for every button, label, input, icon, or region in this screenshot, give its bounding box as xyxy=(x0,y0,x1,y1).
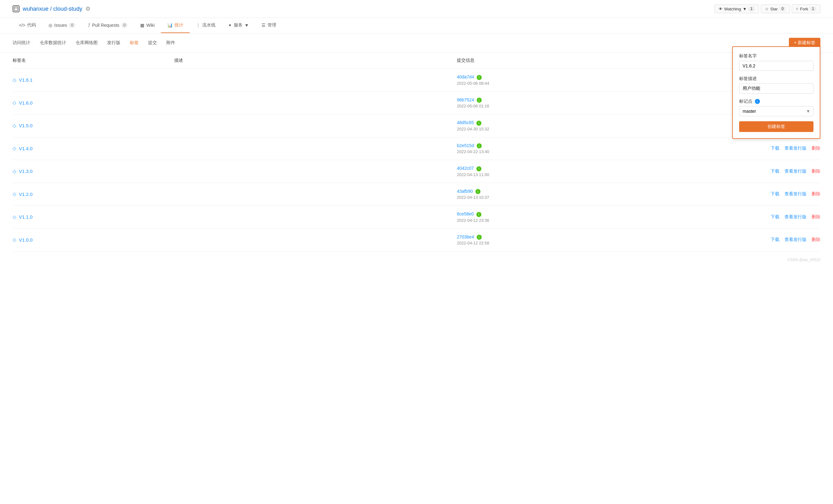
tag-mark-select[interactable]: master xyxy=(739,106,813,116)
sub-nav-tags[interactable]: 标签 xyxy=(130,40,139,46)
tag-desc-cell xyxy=(174,91,457,114)
commit-hash-link[interactable]: b2e515d xyxy=(457,143,474,148)
tab-manage[interactable]: ☰ 管理 xyxy=(255,18,283,33)
repo-settings-icon[interactable]: ⚙ xyxy=(86,5,90,12)
commit-date: 2022-04-12 22:58 xyxy=(457,241,659,245)
tag-name-cell[interactable]: ◇ V1.6.0 xyxy=(13,100,174,105)
commit-hash-link[interactable]: 2703be4 xyxy=(457,234,474,239)
commit-cell: 48d5c65 i 2022-04-30 15:32 xyxy=(457,120,659,131)
tag-name-field: 标签名字 xyxy=(739,53,813,71)
tag-icon: ◇ xyxy=(13,169,16,174)
fork-button[interactable]: ⑂ Fork 1 xyxy=(792,4,820,13)
star-button[interactable]: ☆ Star 0 xyxy=(761,4,790,13)
commit-cell: 96b7524 i 2022-05-06 01:16 xyxy=(457,97,659,109)
delete-link[interactable]: 删除 xyxy=(812,169,820,174)
sub-nav-attachments[interactable]: 附件 xyxy=(166,40,175,46)
watching-dropdown-icon: ▼ xyxy=(743,7,747,11)
tag-name-cell[interactable]: ◇ V1.4.0 xyxy=(13,146,174,151)
pr-icon: ⤴ xyxy=(88,23,90,28)
tag-actions: 下载 查看发行版 删除 xyxy=(659,237,820,243)
create-tag-button[interactable]: 创建标签 xyxy=(739,121,813,132)
tab-code[interactable]: </> 代码 xyxy=(13,18,42,33)
commit-hash-link[interactable]: 6ce58e0 xyxy=(457,211,474,216)
tag-name-input[interactable] xyxy=(739,61,813,71)
watching-button[interactable]: 👁 Watching ▼ 1 xyxy=(715,4,759,13)
commit-info-icon[interactable]: i xyxy=(476,166,481,171)
tag-actions-cell: 下载 查看发行版 删除 xyxy=(659,183,820,206)
download-link[interactable]: 下载 xyxy=(770,214,780,220)
tag-name-cell[interactable]: ◇ V1.0.0 xyxy=(13,237,174,243)
services-icon: ✦ xyxy=(228,23,232,28)
tag-label[interactable]: V1.4.0 xyxy=(19,146,32,151)
tag-desc-cell xyxy=(174,160,457,183)
tag-name-cell[interactable]: ◇ V1.3.0 xyxy=(13,169,174,174)
tag-name-cell[interactable]: ◇ V1.6.1 xyxy=(13,77,174,83)
table-row: ◇ V1.6.0 96b7524 i 2022-05-06 01:16 下载 查… xyxy=(13,91,820,114)
sub-nav-repo-stats[interactable]: 仓库数据统计 xyxy=(40,40,66,46)
services-dropdown-icon: ▼ xyxy=(244,23,249,28)
tab-issues[interactable]: ◎ Issues 0 xyxy=(42,18,81,33)
view-release-link[interactable]: 查看发行版 xyxy=(784,169,807,174)
star-count: 0 xyxy=(780,6,786,11)
download-link[interactable]: 下载 xyxy=(770,169,780,174)
repo-full-name[interactable]: wuhanxue / cloud-study xyxy=(23,6,82,12)
tag-desc-label: 标签描述 xyxy=(739,76,813,81)
delete-link[interactable]: 删除 xyxy=(812,191,820,197)
mark-info-icon[interactable]: i xyxy=(755,99,760,104)
commit-info-icon[interactable]: i xyxy=(475,189,480,194)
tag-name-cell[interactable]: ◇ V1.2.0 xyxy=(13,191,174,197)
table-row: ◇ V1.4.0 b2e515d i 2022-04-22 13:40 下载 查… xyxy=(13,137,820,160)
tag-name-cell[interactable]: ◇ V1.1.0 xyxy=(13,214,174,220)
commit-hash-link[interactable]: 43afb90 xyxy=(457,189,473,194)
delete-link[interactable]: 删除 xyxy=(812,237,820,243)
col-header-commit: 提交信息 xyxy=(457,53,659,69)
tag-name-cell[interactable]: ◇ V1.5.0 xyxy=(13,123,174,128)
tag-icon: ◇ xyxy=(13,214,16,220)
tab-services[interactable]: ✦ 服务 ▼ xyxy=(222,18,255,33)
commit-info-icon[interactable]: i xyxy=(476,121,481,126)
tag-desc-field: 标签描述 xyxy=(739,76,813,94)
commit-hash-link[interactable]: 4042c07 xyxy=(457,166,474,171)
tab-pipeline[interactable]: ⋮ 流水线 xyxy=(190,18,222,33)
commit-hash-link[interactable]: 48d5c65 xyxy=(457,120,474,125)
commit-cell: 40da7d4 i 2022-05-06 08:44 xyxy=(457,74,659,86)
download-link[interactable]: 下载 xyxy=(770,191,780,197)
view-release-link[interactable]: 查看发行版 xyxy=(784,191,807,197)
tag-label[interactable]: V1.6.0 xyxy=(19,100,32,105)
repo-actions: 👁 Watching ▼ 1 ☆ Star 0 ⑂ Fork 1 xyxy=(715,4,821,13)
commit-hash-link[interactable]: 96b7524 xyxy=(457,97,474,102)
download-link[interactable]: 下载 xyxy=(770,146,780,151)
tag-desc-input[interactable] xyxy=(739,83,813,94)
tab-stats[interactable]: 📊 统计 xyxy=(161,18,190,33)
download-link[interactable]: 下载 xyxy=(770,237,780,243)
tag-icon: ◇ xyxy=(13,77,16,83)
tag-label[interactable]: V1.5.0 xyxy=(19,123,32,128)
table-row: ◇ V1.1.0 6ce58e0 i 2022-04-12 23:36 下载 查… xyxy=(13,206,820,229)
commit-info-icon[interactable]: i xyxy=(477,235,482,240)
tag-label[interactable]: V1.2.0 xyxy=(19,192,32,197)
tag-desc-cell xyxy=(174,114,457,137)
commit-info-icon[interactable]: i xyxy=(476,212,481,217)
tag-name-label: 标签名字 xyxy=(739,53,813,59)
delete-link[interactable]: 删除 xyxy=(812,214,820,220)
view-release-link[interactable]: 查看发行版 xyxy=(784,237,807,243)
commit-info-icon[interactable]: i xyxy=(477,98,482,103)
tag-actions: 下载 查看发行版 删除 xyxy=(659,214,820,220)
view-release-link[interactable]: 查看发行版 xyxy=(784,214,807,220)
delete-link[interactable]: 删除 xyxy=(812,146,820,151)
tag-label[interactable]: V1.3.0 xyxy=(19,169,32,174)
tag-label[interactable]: V1.0.0 xyxy=(19,237,32,243)
commit-info-icon[interactable]: i xyxy=(477,75,482,80)
commit-info-icon[interactable]: i xyxy=(477,143,482,148)
view-release-link[interactable]: 查看发行版 xyxy=(784,146,807,151)
sub-nav-commits[interactable]: 提交 xyxy=(148,40,157,46)
tag-label[interactable]: V1.1.0 xyxy=(19,214,32,220)
tab-wiki[interactable]: ▦ Wiki xyxy=(134,18,161,33)
sub-nav-releases[interactable]: 发行版 xyxy=(107,40,120,46)
tab-pull-requests[interactable]: ⤴ Pull Requests 0 xyxy=(81,18,134,33)
watching-label: Watching xyxy=(724,7,741,11)
sub-nav-access-stats[interactable]: 访问统计 xyxy=(13,40,30,46)
sub-nav-network[interactable]: 仓库网络图 xyxy=(76,40,98,46)
tag-label[interactable]: V1.6.1 xyxy=(19,77,32,82)
commit-hash-link[interactable]: 40da7d4 xyxy=(457,74,474,79)
